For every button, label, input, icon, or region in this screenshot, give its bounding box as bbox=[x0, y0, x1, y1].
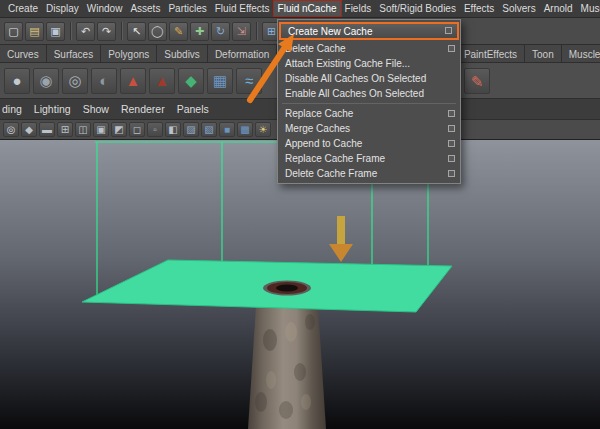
shelf-tab-muscle[interactable]: Muscle bbox=[562, 45, 600, 62]
menu-fluid-effects[interactable]: Fluid Effects bbox=[211, 1, 274, 16]
toolbar-separator bbox=[256, 22, 257, 40]
lights-icon[interactable]: ☀ bbox=[255, 122, 271, 137]
panel-menu-show[interactable]: Show bbox=[77, 101, 115, 117]
lasso-select-icon[interactable]: ◯ bbox=[148, 22, 167, 41]
option-box-icon[interactable] bbox=[448, 45, 455, 52]
menu-item-attach-existing-cache-file[interactable]: Attach Existing Cache File... bbox=[278, 56, 460, 71]
xray-icon[interactable]: ▨ bbox=[183, 122, 199, 137]
stone-column bbox=[248, 290, 326, 429]
option-box-icon[interactable] bbox=[448, 140, 455, 147]
paint-effects-brush-icon[interactable]: ✎ bbox=[464, 68, 490, 94]
fluid-container-icon[interactable]: ▦ bbox=[207, 68, 233, 94]
nparticles-icon[interactable]: ● bbox=[4, 68, 30, 94]
menu-item-label: Replace Cache Frame bbox=[285, 153, 385, 164]
main-menu-bar: Create Display Window Assets Particles F… bbox=[0, 0, 600, 18]
shaded-mode-icon[interactable]: ■ bbox=[219, 122, 235, 137]
menu-item-label: Disable All Caches On Selected bbox=[285, 73, 426, 84]
textured-mode-icon[interactable]: ▩ bbox=[237, 122, 253, 137]
menu-effects[interactable]: Effects bbox=[460, 1, 498, 16]
new-scene-icon[interactable]: ▢ bbox=[4, 22, 23, 41]
isolate-select-icon[interactable]: ◧ bbox=[165, 122, 181, 137]
select-tool-icon[interactable]: ↖ bbox=[127, 22, 146, 41]
menu-item-label: Attach Existing Cache File... bbox=[285, 58, 410, 69]
undo-icon[interactable]: ↶ bbox=[76, 22, 95, 41]
wireframe-mode-icon[interactable]: ▧ bbox=[201, 122, 217, 137]
menu-item-label: Append to Cache bbox=[285, 138, 362, 149]
film-gate-icon[interactable]: ◫ bbox=[75, 122, 91, 137]
safe-title-icon[interactable]: ▫ bbox=[147, 122, 163, 137]
panel-menu-lighting[interactable]: Lighting bbox=[28, 101, 77, 117]
move-tool-icon[interactable]: ✚ bbox=[190, 22, 209, 41]
redo-icon[interactable]: ↷ bbox=[97, 22, 116, 41]
menu-item-replace-cache[interactable]: Replace Cache bbox=[278, 106, 460, 121]
menu-create[interactable]: Create bbox=[4, 1, 42, 16]
down-arrow-annotation bbox=[329, 216, 353, 262]
menu-particles[interactable]: Particles bbox=[164, 1, 210, 16]
paint-select-icon[interactable]: ✎ bbox=[169, 22, 188, 41]
option-box-icon[interactable] bbox=[448, 110, 455, 117]
menu-solvers[interactable]: Solvers bbox=[498, 1, 539, 16]
nparticles-cloud-icon[interactable]: ◉ bbox=[33, 68, 59, 94]
menu-separator bbox=[282, 103, 456, 104]
menu-item-label: Delete Cache bbox=[285, 43, 346, 54]
save-scene-icon[interactable]: ▣ bbox=[46, 22, 65, 41]
gate-mask-icon[interactable]: ◩ bbox=[111, 122, 127, 137]
ncloth-create-icon[interactable]: ▲ bbox=[120, 68, 146, 94]
plane-hole bbox=[263, 281, 311, 296]
bookmark-icon[interactable]: ◆ bbox=[21, 122, 37, 137]
menu-assets[interactable]: Assets bbox=[126, 1, 164, 16]
scale-tool-icon[interactable]: ⇲ bbox=[232, 22, 251, 41]
shelf-tab-polygons[interactable]: Polygons bbox=[101, 45, 157, 62]
safe-action-icon[interactable]: ◻ bbox=[129, 122, 145, 137]
menu-item-label: Merge Caches bbox=[285, 123, 350, 134]
shelf-tab-painteffects[interactable]: PaintEffects bbox=[457, 45, 525, 62]
option-box-icon[interactable] bbox=[445, 27, 452, 34]
option-box-icon[interactable] bbox=[448, 125, 455, 132]
panel-menu-renderer[interactable]: Renderer bbox=[115, 101, 171, 117]
menu-item-label: Enable All Caches On Selected bbox=[285, 88, 424, 99]
shelf-tab-surfaces[interactable]: Surfaces bbox=[47, 45, 101, 62]
option-box-icon[interactable] bbox=[448, 155, 455, 162]
rotate-tool-icon[interactable]: ↻ bbox=[211, 22, 230, 41]
menu-item-label: Create New Cache bbox=[288, 26, 372, 37]
toolbar-separator bbox=[121, 22, 122, 40]
menu-muscle[interactable]: Muscle bbox=[577, 1, 600, 16]
shelf-tab-deformation[interactable]: Deformation bbox=[208, 45, 277, 62]
toolbar-separator bbox=[70, 22, 71, 40]
resolution-gate-icon[interactable]: ▣ bbox=[93, 122, 109, 137]
menu-item-replace-cache-frame[interactable]: Replace Cache Frame bbox=[278, 151, 460, 166]
fluid-ncache-dropdown: Create New Cache Delete Cache Attach Exi… bbox=[277, 19, 461, 184]
menu-item-disable-all-caches-on-selected[interactable]: Disable All Caches On Selected bbox=[278, 71, 460, 86]
menu-item-append-to-cache[interactable]: Append to Cache bbox=[278, 136, 460, 151]
shelf-tab-toon[interactable]: Toon bbox=[525, 45, 562, 62]
ocean-icon[interactable]: ≈ bbox=[236, 68, 262, 94]
menu-item-enable-all-caches-on-selected[interactable]: Enable All Caches On Selected bbox=[278, 86, 460, 101]
panel-menu-panels[interactable]: Panels bbox=[171, 101, 215, 117]
emit-from-object-icon[interactable]: ◎ bbox=[62, 68, 88, 94]
image-plane-icon[interactable]: ▬ bbox=[39, 122, 55, 137]
menu-item-merge-caches[interactable]: Merge Caches bbox=[278, 121, 460, 136]
menu-fields[interactable]: Fields bbox=[341, 1, 376, 16]
fill-object-icon[interactable]: ◐ bbox=[91, 68, 117, 94]
menu-item-create-new-cache[interactable]: Create New Cache bbox=[279, 22, 459, 40]
grid-toggle-icon[interactable]: ⊞ bbox=[57, 122, 73, 137]
menu-item-delete-cache[interactable]: Delete Cache bbox=[278, 41, 460, 56]
menu-item-label: Delete Cache Frame bbox=[285, 168, 377, 179]
menu-item-label: Replace Cache bbox=[285, 108, 353, 119]
menu-soft-rigid-bodies[interactable]: Soft/Rigid Bodies bbox=[375, 1, 460, 16]
shelf-tab-curves[interactable]: Curves bbox=[0, 45, 47, 62]
nconstraint-icon[interactable]: ◆ bbox=[178, 68, 204, 94]
menu-item-delete-cache-frame[interactable]: Delete Cache Frame bbox=[278, 166, 460, 181]
shelf-icons-right: ✎ bbox=[464, 68, 490, 94]
menu-fluid-ncache[interactable]: Fluid nCache bbox=[274, 1, 341, 16]
shelf-icons-left: ●◉◎◐▲▲◆▦≈ bbox=[4, 68, 262, 94]
shelf-tab-subdivs[interactable]: Subdivs bbox=[157, 45, 208, 62]
menu-arnold[interactable]: Arnold bbox=[540, 1, 577, 16]
menu-display[interactable]: Display bbox=[42, 1, 83, 16]
menu-window[interactable]: Window bbox=[83, 1, 127, 16]
camera-icon[interactable]: ◎ bbox=[3, 122, 19, 137]
ncloth-passive-icon[interactable]: ▲ bbox=[149, 68, 175, 94]
panel-menu-shading-partial[interactable]: ding bbox=[0, 101, 28, 117]
open-scene-icon[interactable]: ▤ bbox=[25, 22, 44, 41]
option-box-icon[interactable] bbox=[448, 170, 455, 177]
